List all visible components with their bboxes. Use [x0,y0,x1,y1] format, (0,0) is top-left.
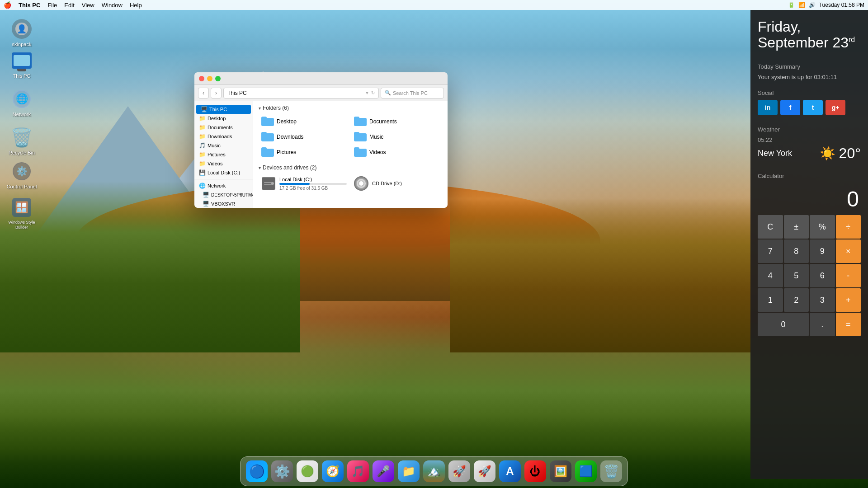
cd-disc-icon [354,176,368,191]
calc-5-button[interactable]: 5 [784,264,809,287]
dock-item-macos[interactable]: 🏔️ [422,460,446,483]
calc-4-button[interactable]: 4 [758,264,783,287]
address-bar[interactable]: This PC ▼ ↻ [223,88,379,99]
forward-button[interactable]: › [211,88,222,99]
dock-item-system-prefs[interactable]: ⚙️ [270,460,294,483]
desktop-sidebar-icon: 📁 [199,115,206,122]
drive-cd-d[interactable]: CD Drive (D:) [351,174,442,192]
sidebar-item-network[interactable]: 🌐 Network [194,181,253,190]
sidebar-item-videos[interactable]: 📁 Videos [194,159,253,168]
folder-videos[interactable]: Videos [351,145,442,159]
refresh-icon[interactable]: ↻ [371,90,375,95]
menubar-file[interactable]: File [47,2,57,9]
linkedin-button[interactable]: in [758,100,778,115]
window-body: 🖥️ This PC 📁 Desktop 📁 Documents 📁 Downl… [194,101,448,208]
sidebar-item-pictures[interactable]: 📁 Pictures [194,150,253,159]
dock-item-power[interactable]: ⏻ [524,460,547,483]
window-close-button[interactable] [199,76,204,81]
sidebar-item-downloads[interactable]: 📁 Downloads [194,132,253,141]
launchpad-icon: 🟢 [297,460,318,482]
calc-equals-button[interactable]: = [836,313,861,336]
desktop-icon-skinpack[interactable]: 👤 skinpack [4,18,40,47]
back-button[interactable]: ‹ [198,88,209,99]
calc-minus-button[interactable]: - [836,264,861,287]
desktop-icon-this-pc[interactable]: This PC [4,50,40,79]
downloads-sidebar-label: Downloads [208,134,232,139]
dock-item-mosaic[interactable]: 🟦 [574,460,598,483]
dock-item-rocket1[interactable]: 🚀 [448,460,471,483]
dock-item-siri[interactable]: 🎤 [372,460,395,483]
documents-sidebar-icon: 📁 [199,124,206,131]
menubar-battery-icon: 🔋 [788,2,795,8]
desktop-icon-windows-style-builder[interactable]: 🪟 Windows Style Builder [4,197,40,230]
control-panel-icon: ⚙️ [11,160,33,182]
drive-local-disk-c[interactable]: Local Disk (C:) 17.2 GB free of 31.5 GB [259,174,349,192]
apple-logo-icon[interactable]: 🍎 [4,1,11,9]
desktop-icon-recycle-bin[interactable]: 🗑️ Recycle Bin [4,127,40,156]
dock-item-trash[interactable]: 🗑️ [599,460,623,483]
calc-plus-button[interactable]: + [836,288,861,312]
window-maximize-button[interactable] [215,76,221,81]
google-button[interactable]: g+ [826,100,845,115]
dock-item-launchpad[interactable]: 🟢 [296,460,319,483]
sidebar-item-desktop-pc[interactable]: 🖥️ DESKTOP-5P6UTM4 [194,190,253,199]
devices-chevron-icon[interactable]: ▾ [259,165,261,170]
sidebar-item-music[interactable]: 🎵 Music [194,141,253,150]
safari-icon: 🧭 [322,460,344,482]
calculator-section-title: Calculator [758,173,861,179]
dock-item-rocket2[interactable]: 🚀 [473,460,496,483]
calc-9-button[interactable]: 9 [810,239,835,263]
calc-divide-button[interactable]: ÷ [836,215,861,239]
calc-6-button[interactable]: 6 [810,264,835,287]
rocket1-icon: 🚀 [448,460,470,482]
folder-music[interactable]: Music [351,130,442,144]
weather-temp-group: ☀️ 20° [820,145,861,162]
downloads-sidebar-icon: 📁 [199,133,206,140]
folder-desktop[interactable]: Desktop [259,115,349,128]
menubar-window[interactable]: Window [102,2,123,9]
desktop-icon-control-panel[interactable]: ⚙️ Control Panel [4,160,40,190]
sidebar-item-this-pc[interactable]: 🖥️ This PC [196,105,251,114]
downloads-folder-label: Downloads [277,134,303,140]
dock-item-app-store[interactable]: A [498,460,522,483]
sidebar-item-desktop[interactable]: 📁 Desktop [194,114,253,123]
menubar-edit[interactable]: Edit [64,2,74,9]
folders-chevron-icon[interactable]: ▾ [259,106,261,111]
twitter-button[interactable]: t [803,100,823,115]
calc-plusminus-button[interactable]: ± [784,215,809,239]
weather-section: 05:22 New York ☀️ 20° [758,136,861,162]
music-sidebar-icon: 🎵 [199,142,206,149]
weather-sun-icon: ☀️ [820,146,835,161]
dock-item-photos[interactable]: 🖼️ [549,460,572,483]
calc-7-button[interactable]: 7 [758,239,783,263]
folder-pictures[interactable]: Pictures [259,145,349,159]
finder-icon: 🔵 [246,460,268,482]
calc-0-button[interactable]: 0 [758,313,809,336]
calc-dot-button[interactable]: . [810,313,835,336]
dock-item-file-manager[interactable]: 📁 [397,460,420,483]
dock-item-finder[interactable]: 🔵 [245,460,269,483]
calc-multiply-button[interactable]: × [836,239,861,263]
window-minimize-button[interactable] [207,76,212,81]
dock-item-itunes[interactable]: 🎵 [346,460,370,483]
this-pc-sidebar-label: This PC [209,107,227,112]
calc-1-button[interactable]: 1 [758,288,783,312]
siri-icon: 🎤 [373,460,394,482]
folders-grid: Desktop Documents Downloads Music [259,115,442,159]
dock-item-safari[interactable]: 🧭 [321,460,344,483]
folder-downloads[interactable]: Downloads [259,130,349,144]
sidebar-item-vboxsvr[interactable]: 🖥️ VBOXSVR [194,199,253,208]
calc-8-button[interactable]: 8 [784,239,809,263]
desktop-icon-network[interactable]: 🌐 Network [4,88,40,117]
facebook-button[interactable]: f [780,100,800,115]
sidebar-item-local-disk[interactable]: 💾 Local Disk (C:) [194,168,253,177]
calc-2-button[interactable]: 2 [784,288,809,312]
search-bar[interactable]: 🔍 Search This PC [381,88,444,99]
menubar-help[interactable]: Help [130,2,142,9]
menubar-view[interactable]: View [82,2,94,9]
calc-3-button[interactable]: 3 [810,288,835,312]
calc-percent-button[interactable]: % [810,215,835,239]
calc-c-button[interactable]: C [758,215,783,239]
sidebar-item-documents[interactable]: 📁 Documents [194,123,253,132]
folder-documents[interactable]: Documents [351,115,442,128]
